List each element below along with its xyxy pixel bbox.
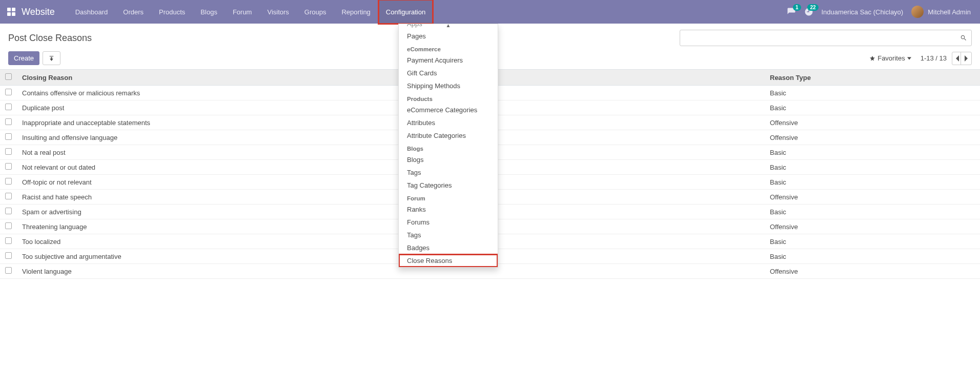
- cell-closing-reason: Spam or advertising: [17, 205, 765, 219]
- cell-closing-reason: Not relevant or out dated: [17, 160, 765, 175]
- create-button[interactable]: Create: [8, 51, 39, 65]
- cell-reason-type: Offensive: [765, 130, 980, 145]
- cell-closing-reason: Too localized: [17, 234, 765, 249]
- configuration-dropdown: ▲ Apps Pages eCommerce Payment Acquirers…: [398, 24, 498, 268]
- row-checkbox[interactable]: [5, 237, 12, 244]
- favorites-label: Favorites: [877, 54, 905, 62]
- apps-icon[interactable]: [7, 8, 15, 16]
- row-checkbox[interactable]: [5, 252, 12, 259]
- row-checkbox[interactable]: [5, 178, 12, 185]
- dd-item-forums[interactable]: Forums: [399, 216, 498, 229]
- app-brand[interactable]: Website: [22, 7, 55, 17]
- top-navbar: Website Dashboard Orders Products Blogs …: [0, 0, 980, 24]
- row-checkbox[interactable]: [5, 104, 12, 110]
- cell-reason-type: Basic: [765, 205, 980, 219]
- activities-icon[interactable]: 22: [804, 7, 813, 16]
- nav-visitors[interactable]: Visitors: [260, 0, 296, 24]
- cell-reason-type: Basic: [765, 234, 980, 249]
- cell-closing-reason: Violent language: [17, 264, 765, 279]
- nav-reporting[interactable]: Reporting: [334, 0, 377, 24]
- dd-item-close-reasons[interactable]: Close Reasons: [399, 254, 498, 267]
- dd-item-pages[interactable]: Pages: [399, 30, 498, 43]
- select-all-checkbox[interactable]: [5, 73, 12, 80]
- row-checkbox[interactable]: [5, 267, 12, 274]
- row-checkbox[interactable]: [5, 193, 12, 199]
- messaging-badge: 1: [793, 4, 801, 11]
- cell-reason-type: Basic: [765, 160, 980, 175]
- search-box[interactable]: [680, 30, 972, 46]
- cell-closing-reason: Not a real post: [17, 145, 765, 160]
- nav-blogs[interactable]: Blogs: [193, 0, 224, 24]
- cell-reason-type: Basic: [765, 175, 980, 190]
- row-checkbox[interactable]: [5, 89, 12, 95]
- dd-header-forum: Forum: [399, 192, 498, 203]
- search-input[interactable]: [684, 34, 960, 42]
- nav-orders[interactable]: Orders: [116, 0, 151, 24]
- col-reason-type[interactable]: Reason Type: [765, 70, 980, 86]
- download-icon: [48, 55, 55, 62]
- col-closing-reason[interactable]: Closing Reason: [17, 70, 765, 86]
- nav-products[interactable]: Products: [152, 0, 192, 24]
- user-name: Mitchell Admin: [928, 8, 971, 16]
- dd-item-gift-cards[interactable]: Gift Cards: [399, 67, 498, 79]
- dd-item-shipping-methods[interactable]: Shipping Methods: [399, 79, 498, 92]
- row-checkbox[interactable]: [5, 148, 12, 155]
- caret-down-icon: [907, 56, 911, 60]
- cell-closing-reason: Off-topic or not relevant: [17, 175, 765, 190]
- dd-header-products: Products: [399, 92, 498, 104]
- cell-reason-type: Basic: [765, 249, 980, 264]
- dd-item-blog-tag-categories[interactable]: Tag Categories: [399, 179, 498, 192]
- cell-closing-reason: Duplicate post: [17, 100, 765, 115]
- dd-item-attribute-categories[interactable]: Attribute Categories: [399, 129, 498, 142]
- dd-item-forum-tags[interactable]: Tags: [399, 229, 498, 241]
- nav-groups[interactable]: Groups: [297, 0, 334, 24]
- cell-closing-reason: Inappropriate and unacceptable statement…: [17, 115, 765, 130]
- activities-badge: 22: [807, 4, 818, 11]
- messaging-icon[interactable]: 1: [787, 7, 796, 16]
- pager: 1-13 / 13: [921, 52, 972, 65]
- company-selector[interactable]: Induamerica Sac (Chiclayo): [822, 8, 904, 16]
- export-button[interactable]: [43, 51, 60, 65]
- dd-item-ranks[interactable]: Ranks: [399, 203, 498, 216]
- cell-closing-reason: Insulting and offensive language: [17, 130, 765, 145]
- row-checkbox[interactable]: [5, 208, 12, 214]
- cell-reason-type: Basic: [765, 100, 980, 115]
- dd-header-blogs: Blogs: [399, 142, 498, 153]
- pager-text[interactable]: 1-13 / 13: [921, 54, 947, 62]
- cell-reason-type: Offensive: [765, 264, 980, 279]
- cell-closing-reason: Racist and hate speech: [17, 190, 765, 205]
- dd-item-payment-acquirers[interactable]: Payment Acquirers: [399, 54, 498, 67]
- cell-reason-type: Offensive: [765, 219, 980, 234]
- cell-reason-type: Offensive: [765, 190, 980, 205]
- cell-closing-reason: Threatening language: [17, 219, 765, 234]
- nav-dashboard[interactable]: Dashboard: [68, 0, 115, 24]
- dd-item-blog-tags[interactable]: Tags: [399, 166, 498, 179]
- row-checkbox[interactable]: [5, 163, 12, 170]
- cell-reason-type: Basic: [765, 86, 980, 100]
- dd-item-badges[interactable]: Badges: [399, 241, 498, 254]
- row-checkbox[interactable]: [5, 118, 12, 125]
- favorites-dropdown[interactable]: Favorites: [869, 54, 911, 62]
- dd-item-ecommerce-categories[interactable]: eCommerce Categories: [399, 104, 498, 116]
- dd-item-attributes[interactable]: Attributes: [399, 116, 498, 129]
- cell-closing-reason: Too subjective and argumentative: [17, 249, 765, 264]
- user-menu[interactable]: Mitchell Admin: [911, 6, 971, 18]
- row-checkbox[interactable]: [5, 133, 12, 140]
- star-icon: [869, 55, 875, 62]
- cell-closing-reason: Contains offensive or malicious remarks: [17, 86, 765, 100]
- cell-reason-type: Offensive: [765, 115, 980, 130]
- cell-reason-type: Basic: [765, 145, 980, 160]
- page-title: Post Close Reasons: [8, 33, 92, 44]
- dd-header-ecommerce: eCommerce: [399, 43, 498, 54]
- nav-forum[interactable]: Forum: [226, 0, 259, 24]
- nav-configuration[interactable]: Configuration: [379, 0, 433, 24]
- dd-item-blogs[interactable]: Blogs: [399, 153, 498, 166]
- search-icon[interactable]: [960, 34, 967, 42]
- avatar: [911, 6, 924, 18]
- pager-next[interactable]: [961, 52, 972, 65]
- row-checkbox[interactable]: [5, 222, 12, 229]
